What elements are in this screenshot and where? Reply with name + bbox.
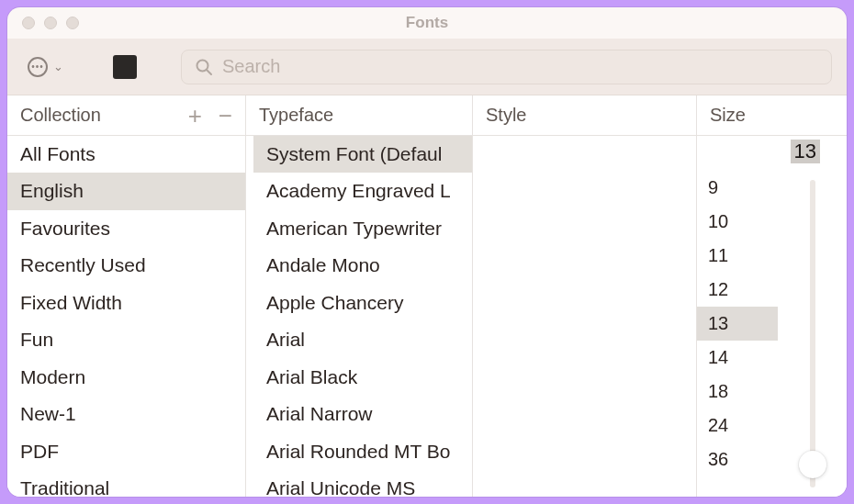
slider-track [810,180,815,487]
chevron-down-icon: ⌄ [53,60,63,73]
typeface-item[interactable]: Arial Black [253,359,472,396]
add-collection-button[interactable]: + [188,104,202,128]
size-option[interactable]: 10 [697,205,778,239]
collection-item[interactable]: English [7,173,245,209]
collection-item[interactable]: Traditional [7,470,245,497]
typeface-header: Typeface [246,95,473,135]
search-icon [195,58,213,76]
toolbar: ••• ⌄ [7,39,847,95]
style-column [473,136,697,497]
close-window-button[interactable] [22,17,35,29]
minimize-window-button[interactable] [44,17,57,29]
collection-header: Collection + − [7,95,246,135]
remove-collection-button[interactable]: − [219,104,232,128]
size-header-label: Size [710,105,746,126]
collection-item[interactable]: Modern [7,359,245,396]
panel-body: All FontsEnglishFavouritesRecently UsedF… [7,136,847,497]
typeface-item[interactable]: Arial Narrow [253,396,472,432]
collection-item[interactable]: Favourites [7,210,245,247]
typeface-item[interactable]: Andale Mono [253,247,472,284]
svg-line-1 [207,70,211,74]
collection-item[interactable]: All Fonts [7,136,245,173]
collection-header-label: Collection [20,105,101,126]
typeface-item[interactable]: System Font (Defaul [253,136,472,173]
size-list: 91011121314182436 [697,171,778,497]
size-input-wrap: 13 [697,136,847,171]
titlebar: Fonts [7,7,847,39]
typeface-item[interactable]: Arial Unicode MS [253,470,472,497]
size-input[interactable]: 13 [743,140,824,167]
fonts-window: Fonts ••• ⌄ Collection + − Typeface S [7,7,847,497]
color-swatch[interactable] [113,55,137,79]
actions-menu-button[interactable]: ••• ⌄ [22,53,69,81]
size-option[interactable]: 9 [697,171,778,205]
collection-item[interactable]: Fixed Width [7,285,245,321]
collection-item[interactable]: PDF [7,433,245,470]
zoom-window-button[interactable] [66,17,79,29]
search-input[interactable] [222,56,818,77]
slider-thumb[interactable] [799,451,826,478]
collection-item[interactable]: New-1 [7,396,245,432]
typeface-item[interactable]: Academy Engraved L [253,173,472,209]
typeface-item[interactable]: Apple Chancery [253,285,472,321]
size-option[interactable]: 18 [697,375,778,409]
collection-item[interactable]: Fun [7,321,245,358]
collection-column: All FontsEnglishFavouritesRecently UsedF… [7,136,246,497]
size-header: Size [697,95,847,135]
collection-item[interactable]: Recently Used [7,247,245,284]
size-column: 13 91011121314182436 [697,136,847,497]
typeface-column: System Font (DefaulAcademy Engraved LAme… [246,136,473,497]
style-header-label: Style [486,105,526,126]
size-slider[interactable] [778,171,847,497]
typeface-header-label: Typeface [259,105,333,126]
typeface-item[interactable]: Arial Rounded MT Bo [253,433,472,470]
typeface-item[interactable]: Arial [253,321,472,358]
column-headers: Collection + − Typeface Style Size [7,95,847,136]
size-option[interactable]: 12 [697,273,778,307]
size-option[interactable]: 36 [697,442,778,476]
window-controls [7,17,79,29]
size-option[interactable]: 11 [697,239,778,273]
search-field-wrapper [181,50,832,84]
size-option[interactable]: 14 [697,341,778,375]
typeface-item[interactable]: American Typewriter [253,210,472,247]
window-title: Fonts [7,14,847,32]
size-option[interactable]: 13 [697,307,778,341]
style-header: Style [473,95,697,135]
ellipsis-icon: ••• [28,57,48,77]
size-option[interactable]: 24 [697,409,778,442]
